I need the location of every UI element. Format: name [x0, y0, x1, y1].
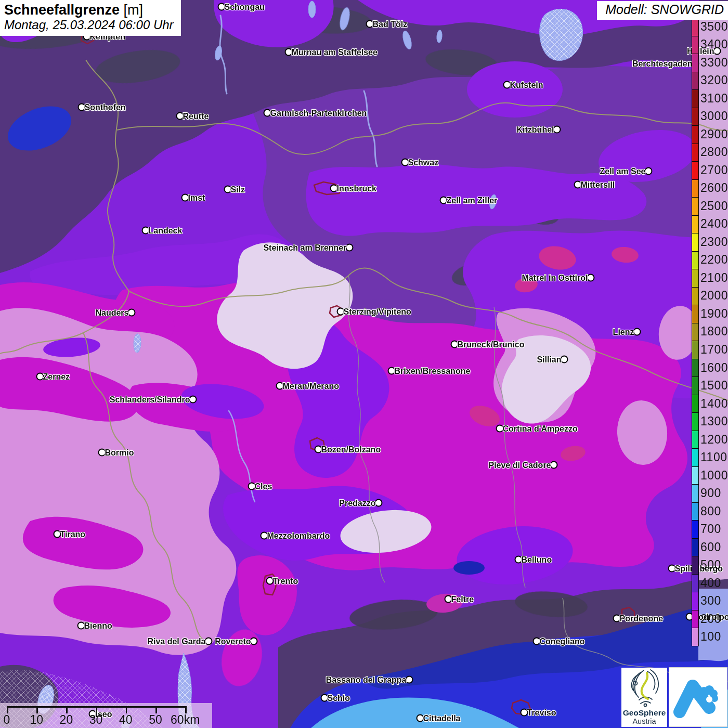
scale-tick [7, 706, 8, 713]
city-marker: Zell am See [645, 167, 653, 175]
city-marker: Sonthofen [78, 103, 86, 111]
city-dot-icon [645, 167, 653, 175]
legend-label: 1500 [700, 376, 728, 395]
city-marker: Silz [224, 186, 232, 193]
legend-label: 2500 [700, 197, 728, 215]
legend-swatch [692, 341, 699, 359]
city-dot-icon [553, 126, 561, 134]
legend-label: 3400 [700, 36, 728, 54]
scale-tick [155, 706, 157, 713]
legend-label: 1700 [700, 341, 728, 359]
legend-label: 200 [700, 610, 721, 628]
legend-swatch [692, 89, 699, 108]
city-label: Cittadella [423, 713, 461, 723]
legend-swatch [692, 610, 699, 629]
city-marker: Reutte [176, 112, 184, 120]
legend-swatch [692, 323, 699, 342]
city-marker: Matrei in Osttirol [587, 274, 595, 282]
city-dot-icon [561, 356, 568, 363]
legend-swatch [692, 502, 699, 521]
city-label: Matrei in Osttirol [522, 273, 588, 282]
legend-swatch [692, 520, 699, 539]
city-marker: Sterzing/Vipiteno [337, 308, 345, 316]
city-marker: Schio [321, 694, 329, 702]
city-label: Belluno [522, 555, 552, 564]
city-label: Reutte [183, 111, 209, 121]
city-marker: Cortina d'Ampezzo [496, 425, 504, 433]
city-label: Predazzo [339, 498, 375, 508]
scale-tick [66, 706, 68, 713]
city-label: Pieve di Cadore [488, 460, 551, 470]
city-label: Pordenone [620, 614, 664, 623]
legend-swatch [692, 466, 699, 485]
mountain-logo [669, 667, 727, 727]
scale-label: 60km [171, 713, 200, 727]
city-label: Zell am Ziller [447, 196, 498, 205]
legend-swatch [692, 36, 699, 55]
legend-label: 1300 [700, 412, 728, 431]
city-marker: Zernez [36, 373, 44, 381]
legend-swatch [692, 395, 699, 413]
city-marker: Meran/Merano [276, 382, 284, 390]
city-label: Treviso [527, 708, 556, 717]
legend-swatch [692, 592, 699, 610]
city-dot-icon [633, 328, 641, 336]
city-label: Imst [188, 193, 205, 202]
legend-swatch [692, 359, 699, 378]
city-label: Meran/Merano [283, 381, 339, 391]
scale-label: 30 [89, 713, 103, 727]
city-marker: Bruneck/Brunico [451, 341, 459, 348]
city-label: Conegliano [540, 636, 585, 646]
city-label: Brixen/Bressanone [395, 366, 471, 375]
city-label: Rovereto [215, 636, 251, 646]
legend-label: 100 [700, 628, 721, 646]
legend-label: 800 [700, 502, 721, 521]
city-marker: Trento [266, 577, 274, 585]
legend-swatch [692, 287, 699, 306]
city-marker: Innsbruck [330, 185, 338, 192]
city-label: Schlanders/Silandro [110, 395, 190, 404]
legend-swatch [692, 538, 699, 557]
legend-label: 3100 [700, 89, 728, 108]
city-marker: Imst [181, 194, 189, 202]
city-marker: Schlanders/Silandro [189, 396, 197, 404]
legend-label: 1600 [700, 359, 728, 377]
city-label: Trento [273, 576, 298, 586]
city-marker: Bienno [77, 622, 85, 630]
city-label: Schwaz [408, 158, 439, 167]
scale-tick [185, 706, 187, 713]
city-label: Sterzing/Vipiteno [344, 307, 411, 316]
city-label: Sillian [537, 355, 561, 364]
city-marker: Conegliano [533, 638, 541, 645]
legend-swatch [692, 144, 699, 162]
model-label: Modell: SNOWGRID [597, 1, 728, 20]
city-dot-icon [587, 274, 595, 282]
legend-label: 1800 [700, 323, 728, 341]
scale-label: 20 [60, 713, 73, 727]
city-dot-icon [205, 638, 213, 645]
legend-label: 900 [700, 484, 721, 502]
city-marker: Schwaz [401, 159, 409, 166]
legend-label: 500 [700, 556, 721, 574]
city-marker: Spilimbergo [668, 565, 676, 573]
scale-label: 10 [30, 713, 43, 727]
city-label: Cortina d'Ampezzo [503, 424, 578, 433]
legend-swatch [692, 448, 699, 467]
legend-label: 2400 [700, 215, 728, 233]
city-label: Lienz [613, 327, 634, 336]
city-marker: Tirano [54, 530, 61, 538]
legend-label: 2200 [700, 251, 728, 269]
city-marker: Garmisch-Partenkirchen [264, 109, 271, 117]
legend-label: 400 [700, 574, 721, 592]
legend-label: 3300 [700, 54, 728, 72]
city-label: Landeck [149, 226, 183, 235]
city-dot-icon [346, 244, 354, 252]
legend-swatch [692, 305, 699, 323]
city-label: Tirano [60, 529, 86, 539]
city-marker: Landeck [142, 227, 150, 235]
legend-label: 2300 [700, 233, 728, 251]
map-datetime: Montag, 25.03.2024 06:00 Uhr [4, 18, 174, 32]
legend-swatch [692, 412, 699, 431]
city-label: Nauders [95, 308, 128, 317]
legend-swatch [692, 431, 699, 449]
